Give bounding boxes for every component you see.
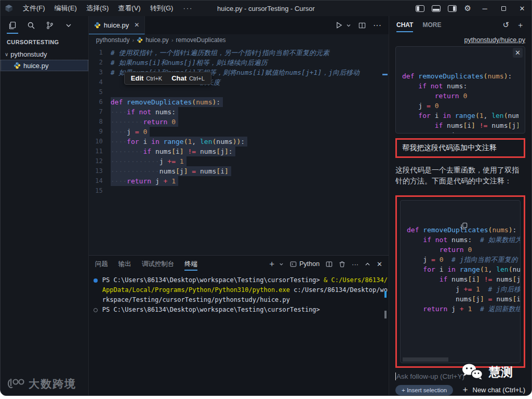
editor-line[interactable]: 1# 使用双指针，一个指针i遍历数组，另一个指针j指向当前不重复的元素 bbox=[89, 48, 389, 58]
tab-chat[interactable]: CHAT bbox=[396, 16, 413, 34]
menu-item[interactable]: 查看(V) bbox=[113, 1, 145, 16]
menu-item[interactable]: 转到(G) bbox=[145, 1, 178, 16]
insert-selection-button[interactable]: + Insert selection bbox=[395, 385, 453, 395]
breadcrumb-folder[interactable]: pythonstudy bbox=[96, 36, 130, 44]
edit-action[interactable]: Edit bbox=[131, 74, 144, 82]
tab-输出[interactable]: 输出 bbox=[118, 256, 131, 272]
maximize-panel-chevron-icon[interactable] bbox=[365, 261, 370, 267]
minimize-button[interactable]: ─ bbox=[475, 1, 494, 16]
chat-file-link[interactable]: pythonstudy/huice.py bbox=[395, 36, 525, 44]
run-dropdown-chevron-icon[interactable] bbox=[346, 23, 351, 28]
editor-line[interactable]: 6def removeDuplicates(nums): bbox=[89, 97, 389, 107]
line-number: 12 bbox=[89, 156, 111, 166]
command-success-dot bbox=[94, 278, 98, 283]
python-icon bbox=[137, 37, 143, 43]
line-number: 11 bbox=[89, 147, 111, 156]
terminal-profile[interactable]: Python bbox=[290, 260, 320, 268]
editor-line[interactable]: 11········if nums[i] != nums[j]: bbox=[89, 147, 389, 156]
edit-chat-tooltip[interactable]: EditCtrl+K ChatCtrl+L bbox=[124, 72, 211, 85]
tab-close-icon[interactable]: ✕ bbox=[134, 21, 139, 29]
horizontal-scrollbar[interactable] bbox=[403, 357, 448, 362]
terminal-line: PS C:\Users\86134\Desktop\workspace\Test… bbox=[89, 305, 389, 315]
kill-terminal-icon[interactable] bbox=[339, 261, 345, 268]
toggle-panel-icon[interactable] bbox=[432, 5, 441, 12]
code-editor[interactable]: 1# 使用双指针，一个指针i遍历数组，另一个指针j指向当前不重复的元素2# 如果… bbox=[89, 46, 389, 255]
explorer-icon[interactable] bbox=[4, 17, 21, 34]
new-terminal-button[interactable]: ＋ bbox=[268, 259, 276, 270]
menu-item[interactable]: 文件(F) bbox=[18, 1, 50, 16]
app-window: 文件(F)编辑(E)选择(S)查看(V)转到(G) ··· huice.py -… bbox=[0, 0, 532, 396]
split-terminal-icon[interactable] bbox=[326, 261, 332, 268]
code-line: j += 1 bbox=[402, 130, 518, 134]
chat-action[interactable]: Chat bbox=[171, 74, 187, 82]
window-title: huice.py - cursorTesting - Cursor bbox=[217, 5, 315, 12]
source-control-icon[interactable] bbox=[41, 17, 59, 34]
code-line: for i in range(1, len(nums)): bbox=[407, 264, 521, 274]
line-number: 13 bbox=[89, 166, 111, 176]
close-button[interactable]: ✕ bbox=[513, 1, 531, 16]
menu-item[interactable]: 编辑(E) bbox=[50, 1, 82, 16]
close-icon[interactable]: ✕ bbox=[513, 48, 523, 58]
line-number: 14 bbox=[89, 176, 111, 186]
menu-overflow-button[interactable]: ··· bbox=[178, 1, 198, 16]
tab-more[interactable]: MORE bbox=[422, 16, 441, 34]
editor-line[interactable]: 10····for i in range(1, len(nums)): bbox=[89, 137, 389, 147]
toggle-left-sidebar-icon[interactable] bbox=[416, 5, 424, 12]
editor-line[interactable]: 2# 如果nums[i]和nums[j]相等，则i继续向后遍历 bbox=[89, 58, 389, 68]
maximize-button[interactable] bbox=[494, 1, 513, 16]
terminal-dropdown-chevron-icon[interactable] bbox=[279, 262, 284, 267]
terminal-line: AppData/Local/Programs/Python/Python310/… bbox=[89, 285, 389, 295]
line-number: 7 bbox=[89, 107, 111, 117]
terminal-output[interactable]: PS C:\Users\86134\Desktop\workspace\Test… bbox=[89, 272, 389, 395]
code-line: for i in range(1, len(nums)): bbox=[402, 111, 518, 121]
terminal-scrollbar-marker bbox=[384, 311, 387, 318]
chat-panel: CHATMORE ↺ ＋ pythonstudy/huice.py def re… bbox=[389, 16, 531, 395]
run-button[interactable] bbox=[335, 21, 343, 29]
split-editor-icon[interactable] bbox=[358, 22, 366, 29]
editor-line[interactable]: 12············j += 1 bbox=[89, 156, 389, 166]
editor-scrollbar-marker[interactable] bbox=[382, 74, 388, 75]
chat-code-block-annotated[interactable]: def removeDuplicates(nums): if not nums:… bbox=[400, 200, 521, 363]
new-chat-label: New chat (Ctrl+L) bbox=[473, 386, 526, 394]
tree-file-huice[interactable]: huice.py bbox=[1, 60, 88, 71]
editor-line[interactable]: 15 bbox=[89, 186, 389, 196]
watermark-huice: 慧测 bbox=[461, 363, 513, 381]
line-number: 3 bbox=[89, 68, 111, 77]
code-line: nums[j] = nums[i] bbox=[407, 294, 521, 304]
more-actions-icon[interactable]: ··· bbox=[373, 21, 381, 30]
menu-item[interactable]: 选择(S) bbox=[82, 1, 113, 16]
editor-line[interactable]: 8········return 0 bbox=[89, 117, 389, 127]
chevron-down-icon: ∨ bbox=[5, 51, 8, 57]
tab-huice-py[interactable]: huice.py ✕ bbox=[89, 16, 145, 34]
chevron-down-icon[interactable] bbox=[60, 17, 77, 34]
gear-icon[interactable]: ⚙ bbox=[464, 4, 471, 13]
editor-line[interactable]: 9····j = 0 bbox=[89, 127, 389, 137]
toggle-right-sidebar-icon[interactable] bbox=[448, 5, 457, 12]
menu-bar: 文件(F)编辑(E)选择(S)查看(V)转到(G) bbox=[18, 1, 178, 16]
edit-shortcut: Ctrl+K bbox=[146, 75, 162, 82]
tab-终端[interactable]: 终端 bbox=[184, 256, 197, 272]
assistant-response-text: 这段代码是一个去重函数，使用了双指针的方法。下面是代码的中文注释： bbox=[395, 165, 525, 187]
editor-line[interactable]: 14····return j + 1 bbox=[89, 176, 389, 186]
code-line: j = 0 bbox=[402, 101, 518, 111]
tree-folder-pythonstudy[interactable]: ∨ pythonstudy bbox=[1, 48, 88, 60]
editor-line[interactable]: 5 bbox=[89, 87, 389, 97]
breadcrumb[interactable]: pythonstudy › huice.py › removeDuplicate… bbox=[89, 34, 389, 46]
breadcrumb-symbol[interactable]: removeDuplicates bbox=[176, 36, 226, 44]
new-chat-button[interactable]: ＋ New chat (Ctrl+L) bbox=[461, 384, 526, 395]
breadcrumb-file[interactable]: huice.py bbox=[145, 36, 169, 44]
copy-icon[interactable] bbox=[460, 203, 517, 249]
line-number: 5 bbox=[89, 87, 111, 97]
more-actions-icon[interactable]: ··· bbox=[352, 260, 358, 268]
new-chat-icon[interactable]: ＋ bbox=[516, 20, 524, 30]
tab-问题[interactable]: 问题 bbox=[95, 256, 108, 272]
workspace-title: CURSORTESTING bbox=[1, 34, 88, 48]
editor-line[interactable]: 7····if not nums: bbox=[89, 107, 389, 117]
file-label: huice.py bbox=[23, 62, 48, 70]
search-icon[interactable] bbox=[22, 17, 40, 34]
chat-code-block-top[interactable]: def removeDuplicates(nums): if not nums:… bbox=[395, 46, 525, 134]
history-icon[interactable]: ↺ bbox=[502, 20, 509, 30]
editor-line[interactable]: 13············nums[j] = nums[i] bbox=[89, 166, 389, 176]
tab-调试控制台[interactable]: 调试控制台 bbox=[142, 256, 175, 272]
close-panel-icon[interactable]: ✕ bbox=[377, 260, 382, 268]
